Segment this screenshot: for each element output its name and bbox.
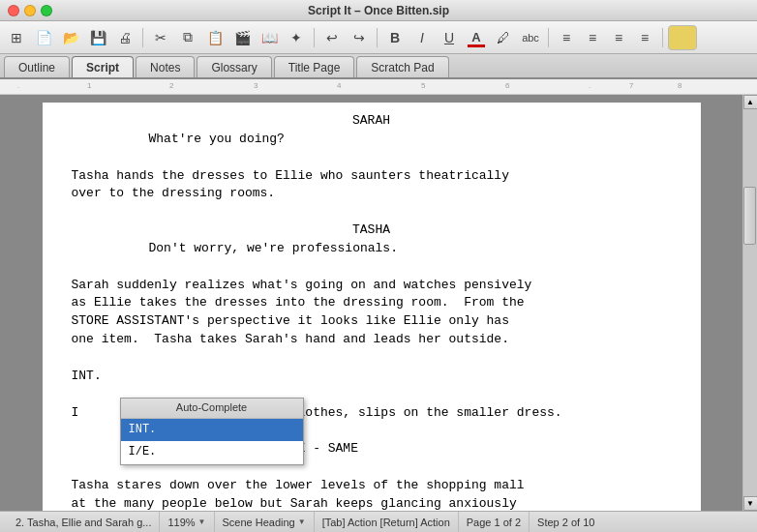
character-tasha: TASHA bbox=[72, 222, 672, 240]
blank-4 bbox=[72, 349, 672, 368]
save-button[interactable]: 💾 bbox=[85, 25, 110, 50]
abc-button[interactable]: abc bbox=[518, 25, 543, 50]
tab-title-page[interactable]: Title Page bbox=[274, 56, 355, 77]
status-tab-action: [Tab] Action [Return] Action bbox=[315, 512, 459, 532]
status-context: 2. Tasha, Ellie and Sarah g... bbox=[8, 512, 160, 532]
align-justify-button[interactable]: ≡ bbox=[632, 25, 657, 50]
tab-outline[interactable]: Outline bbox=[4, 56, 70, 77]
action-4: Tasha stares down over the lower levels … bbox=[72, 477, 672, 511]
redo-button[interactable]: ↪ bbox=[347, 25, 372, 50]
autocomplete-item-ie[interactable]: I/E. bbox=[121, 441, 303, 463]
character-sarah: SARAH bbox=[72, 112, 672, 131]
color-swatch-button[interactable] bbox=[668, 25, 697, 50]
dialogue-2: Don't worry, we're professionals. bbox=[149, 240, 594, 258]
tab-action-text: [Tab] Action bbox=[322, 517, 378, 528]
status-page: Page 1 of 2 bbox=[459, 512, 530, 532]
element-value: Scene Heading bbox=[223, 517, 295, 528]
separator-1 bbox=[142, 28, 143, 47]
tab-scratch-pad[interactable]: Scratch Pad bbox=[356, 56, 448, 77]
script-page[interactable]: SARAH What're you doing? Tasha hands the… bbox=[43, 103, 701, 511]
separator-2 bbox=[314, 28, 315, 47]
window-title: Script It – Once Bitten.sip bbox=[308, 4, 449, 17]
cut-button[interactable]: ✂ bbox=[148, 25, 173, 50]
traffic-lights bbox=[0, 5, 52, 16]
new-button[interactable]: 📄 bbox=[31, 25, 56, 50]
dialogue-1: What're you doing? bbox=[149, 131, 594, 149]
blank-3 bbox=[72, 258, 672, 277]
align-right-button[interactable]: ≡ bbox=[606, 25, 631, 50]
autocomplete-popup[interactable]: Auto-Complete INT. I/E. bbox=[120, 398, 304, 465]
align-center-button[interactable]: ≡ bbox=[580, 25, 605, 50]
separator-5 bbox=[662, 28, 663, 47]
outline-button[interactable]: ⊞ bbox=[4, 25, 29, 50]
status-element[interactable]: Scene Heading ▼ bbox=[215, 512, 315, 532]
separator-3 bbox=[377, 28, 378, 47]
status-step: Step 2 of 10 bbox=[530, 512, 602, 532]
element-arrow: ▼ bbox=[298, 517, 306, 526]
open-button[interactable]: 📂 bbox=[58, 25, 83, 50]
return-action-text: [Return] Action bbox=[380, 517, 450, 528]
scrollbar-track[interactable] bbox=[743, 109, 757, 496]
status-context-text: 2. Tasha, Ellie and Sarah g... bbox=[15, 517, 151, 528]
blank-1 bbox=[72, 149, 672, 167]
toolbar: ⊞ 📄 📂 💾 🖨 ✂ ⧉ 📋 🎬 📖 ✦ ↩ ↪ B I U A 🖊 abc … bbox=[0, 21, 757, 54]
editor-area[interactable]: SARAH What're you doing? Tasha hands the… bbox=[0, 95, 742, 511]
tab-notes[interactable]: Notes bbox=[136, 56, 195, 77]
underline-button[interactable]: U bbox=[437, 25, 462, 50]
scroll-up-button[interactable]: ▲ bbox=[743, 95, 758, 109]
italic-button[interactable]: I bbox=[409, 25, 435, 50]
zoom-dropdown[interactable]: 119% ▼ bbox=[167, 517, 205, 528]
step-text: Step 2 of 10 bbox=[537, 517, 594, 528]
blank-2 bbox=[72, 203, 672, 222]
align-group: ≡ ≡ ≡ ≡ bbox=[554, 25, 657, 50]
autocomplete-header: Auto-Complete bbox=[121, 399, 303, 419]
scrollbar-thumb[interactable] bbox=[743, 187, 756, 245]
scrollbar[interactable]: ▲ ▼ bbox=[742, 95, 757, 511]
print-button[interactable]: 🖨 bbox=[112, 25, 137, 50]
action-1: Tasha hands the dresses to Ellie who sau… bbox=[72, 167, 672, 204]
zoom-arrow: ▼ bbox=[198, 517, 206, 526]
copy-button[interactable]: ⧉ bbox=[175, 25, 200, 50]
bold-button[interactable]: B bbox=[382, 25, 408, 50]
status-bar: 2. Tasha, Ellie and Sarah g... 119% ▼ Sc… bbox=[0, 511, 757, 532]
minimize-button[interactable] bbox=[24, 5, 36, 16]
script-icon-button[interactable]: 🎬 bbox=[229, 25, 255, 50]
page-text: Page 1 of 2 bbox=[467, 517, 521, 528]
close-button[interactable] bbox=[8, 5, 19, 16]
separator-4 bbox=[548, 28, 549, 47]
undo-button[interactable]: ↩ bbox=[319, 25, 345, 50]
book-button[interactable]: 📖 bbox=[257, 25, 282, 50]
action-2: Sarah suddenly realizes what's going on … bbox=[72, 277, 672, 349]
color-button[interactable]: A bbox=[464, 25, 489, 50]
scene-heading-1: INT. bbox=[72, 368, 672, 386]
maximize-button[interactable] bbox=[41, 5, 52, 16]
tab-script[interactable]: Script bbox=[72, 56, 134, 77]
align-left-button[interactable]: ≡ bbox=[554, 25, 579, 50]
element-dropdown[interactable]: Scene Heading ▼ bbox=[223, 517, 306, 528]
tabs-bar: Outline Script Notes Glossary Title Page… bbox=[0, 54, 757, 79]
status-zoom[interactable]: 119% ▼ bbox=[160, 512, 214, 532]
highlight-button[interactable]: 🖊 bbox=[491, 25, 516, 50]
scroll-down-button[interactable]: ▼ bbox=[743, 496, 758, 511]
ruler: . 1 2 3 4 5 6 . 7 8 bbox=[0, 79, 757, 95]
main-area: SARAH What're you doing? Tasha hands the… bbox=[0, 95, 757, 511]
title-bar: Script It – Once Bitten.sip bbox=[0, 0, 757, 21]
tab-glossary[interactable]: Glossary bbox=[197, 56, 271, 77]
autocomplete-item-int[interactable]: INT. bbox=[121, 419, 303, 441]
paste-button[interactable]: 📋 bbox=[202, 25, 227, 50]
zoom-value: 119% bbox=[167, 517, 195, 528]
special-button[interactable]: ✦ bbox=[284, 25, 309, 50]
